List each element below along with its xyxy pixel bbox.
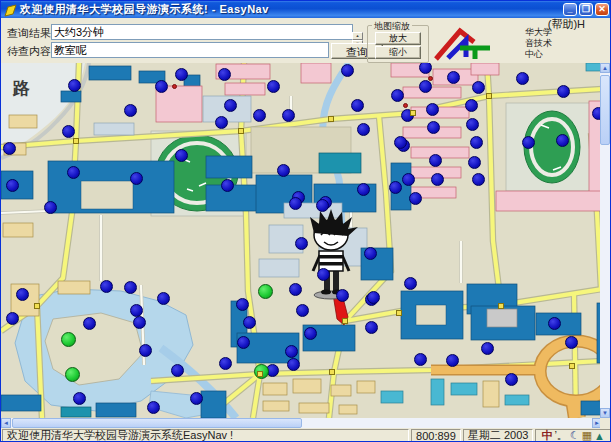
map-node-blue[interactable] <box>341 64 354 77</box>
map-node-blue[interactable] <box>218 68 231 81</box>
poi-red-dot[interactable] <box>172 84 177 89</box>
map-node-blue[interactable] <box>522 136 535 149</box>
map-node-blue[interactable] <box>557 85 570 98</box>
map-node-selected[interactable] <box>296 304 309 317</box>
road-junction-node[interactable] <box>498 303 504 309</box>
map-node-blue[interactable] <box>44 201 57 214</box>
map-node-selected[interactable] <box>157 292 170 305</box>
scroll-down-icon[interactable]: ▼ <box>600 408 610 418</box>
map-node-blue[interactable] <box>357 183 370 196</box>
map-node-selected[interactable] <box>365 321 378 334</box>
map-node-blue[interactable] <box>282 109 295 122</box>
road-junction-node[interactable] <box>410 110 416 116</box>
map-node-blue[interactable] <box>147 401 160 414</box>
scroll-left-icon[interactable]: ◄ <box>1 418 11 428</box>
map-node-blue[interactable] <box>175 68 188 81</box>
map-node-blue[interactable] <box>243 316 256 329</box>
map-node-blue[interactable] <box>404 277 417 290</box>
map-node-blue[interactable] <box>481 342 494 355</box>
map-node-blue[interactable] <box>190 392 203 405</box>
map-node-blue[interactable] <box>237 336 250 349</box>
map-node-blue[interactable] <box>219 357 232 370</box>
map-node-blue[interactable] <box>224 99 237 112</box>
map-node-selected[interactable] <box>62 125 75 138</box>
map-node-blue[interactable] <box>3 142 16 155</box>
poi-red-dot[interactable] <box>403 103 408 108</box>
ime-keyboard-icon[interactable]: ▦ <box>582 429 592 442</box>
map-node-blue[interactable] <box>253 109 266 122</box>
map-node-blue[interactable] <box>468 156 481 169</box>
road-junction-node[interactable] <box>328 116 334 122</box>
map-node-blue[interactable] <box>215 116 228 129</box>
map-node-green[interactable] <box>65 367 80 382</box>
road-junction-node[interactable] <box>396 310 402 316</box>
map-node-selected[interactable] <box>565 336 578 349</box>
map-node-blue[interactable] <box>16 288 29 301</box>
map-node-selected[interactable] <box>295 237 308 250</box>
map-node-blue[interactable] <box>447 71 460 84</box>
map-node-blue[interactable] <box>133 316 146 329</box>
map-node-blue[interactable] <box>336 289 349 302</box>
map-node-blue[interactable] <box>391 89 404 102</box>
map-node-blue[interactable] <box>466 118 479 131</box>
map-node-blue[interactable] <box>446 354 459 367</box>
map-node-blue[interactable] <box>171 364 184 377</box>
zoom-out-button[interactable]: 缩小 <box>375 46 421 59</box>
maximize-button[interactable]: ❐ <box>579 3 593 16</box>
map-node-blue[interactable] <box>68 79 81 92</box>
map-node-selected[interactable] <box>357 123 370 136</box>
road-junction-node[interactable] <box>73 138 79 144</box>
map-node-blue[interactable] <box>139 344 152 357</box>
map-node-selected[interactable] <box>472 173 485 186</box>
ime-chinese-icon[interactable]: 中 <box>541 428 552 442</box>
road-junction-node[interactable] <box>569 363 575 369</box>
map-node-green[interactable] <box>61 332 76 347</box>
map-node-blue[interactable] <box>130 304 143 317</box>
poi-red-dot[interactable] <box>428 76 433 81</box>
map-node-blue[interactable] <box>470 136 483 149</box>
map-node-blue[interactable] <box>73 392 86 405</box>
map-node-blue[interactable] <box>367 291 380 304</box>
result-field[interactable] <box>51 24 353 40</box>
map-node-blue[interactable] <box>402 173 415 186</box>
map-node-blue[interactable] <box>317 268 330 281</box>
map-node-blue[interactable] <box>364 247 377 260</box>
map-node-selected[interactable] <box>67 166 80 179</box>
scroll-up-icon[interactable]: ▲ <box>600 63 610 73</box>
close-button[interactable]: ✕ <box>595 3 609 16</box>
zoom-in-button[interactable]: 放大 <box>375 32 421 45</box>
ime-options-icon[interactable]: ▲ <box>594 430 605 442</box>
map-node-blue[interactable] <box>431 173 444 186</box>
map-node-blue[interactable] <box>556 134 569 147</box>
map-node-blue[interactable] <box>236 298 249 311</box>
map-node-blue[interactable] <box>6 312 19 325</box>
road-junction-node[interactable] <box>329 369 335 375</box>
map-node-blue[interactable] <box>289 197 302 210</box>
map-node-blue[interactable] <box>427 121 440 134</box>
map-node-selected[interactable] <box>414 353 427 366</box>
minimize-button[interactable]: _ <box>563 3 577 16</box>
map-node-blue[interactable] <box>267 80 280 93</box>
ime-moon-icon[interactable]: ☾ <box>570 429 580 442</box>
map-node-blue[interactable] <box>155 80 168 93</box>
ime-toolbar[interactable]: 中 ’。 ☾ ▦ ▲ <box>535 429 611 442</box>
map-node-blue[interactable] <box>100 280 113 293</box>
map-node-blue[interactable] <box>304 327 317 340</box>
ime-punct-icon[interactable]: ’。 <box>554 428 567 442</box>
map-node-blue[interactable] <box>124 104 137 117</box>
map-node-blue[interactable] <box>429 154 442 167</box>
map-node-selected[interactable] <box>221 179 234 192</box>
map-node-blue[interactable] <box>516 72 529 85</box>
map-node-blue[interactable] <box>316 199 329 212</box>
map-node-blue[interactable] <box>419 63 432 74</box>
map-node-blue[interactable] <box>175 149 188 162</box>
map-node-blue[interactable] <box>394 136 407 149</box>
map-node-green[interactable] <box>258 284 273 299</box>
vertical-scrollbar[interactable]: ▲ ▼ <box>600 63 610 418</box>
map-node-blue[interactable] <box>351 99 364 112</box>
map-node-blue[interactable] <box>289 283 302 296</box>
vertical-scroll-thumb[interactable] <box>600 75 610 145</box>
map-node-blue[interactable] <box>472 81 485 94</box>
map-node-selected[interactable] <box>505 373 518 386</box>
road-junction-node[interactable] <box>486 93 492 99</box>
